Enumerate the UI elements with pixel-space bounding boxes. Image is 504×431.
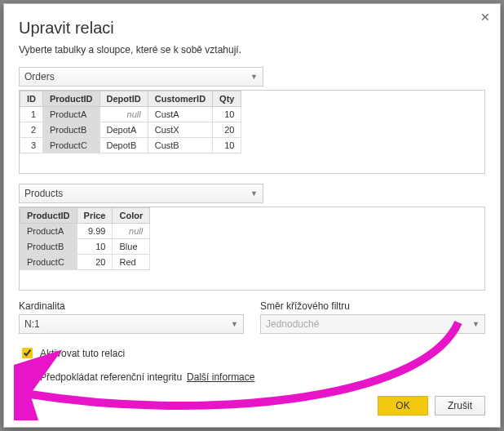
table-row[interactable]: 2 ProductB DepotA CustX 20 [20, 122, 241, 138]
table-row[interactable]: 3 ProductC DepotB CustB 10 [20, 138, 241, 153]
crossfilter-value: Jednoduché [266, 318, 319, 330]
table-header-row: ProductID Price Color [20, 208, 150, 224]
dialog-subtitle: Vyberte tabulky a sloupce, které se k so… [19, 44, 485, 56]
integrity-checkbox[interactable] [22, 371, 33, 382]
table2-select[interactable]: Products ▼ [19, 184, 263, 203]
cardinality-select[interactable]: N:1 ▼ [19, 314, 244, 334]
table2-select-value: Products [24, 188, 63, 199]
activate-checkbox[interactable] [22, 348, 33, 358]
more-info-link[interactable]: Další informace [187, 371, 254, 383]
ok-button[interactable]: OK [378, 396, 428, 415]
cardinality-value: N:1 [24, 318, 40, 330]
activate-label: Aktivovat tuto relaci [40, 348, 125, 359]
integrity-checkbox-row: Předpokládat referenční integritu Další … [19, 369, 485, 384]
edit-relationship-dialog: ✕ Upravit relaci Vyberte tabulky a sloup… [3, 3, 501, 428]
col-price[interactable]: Price [77, 208, 113, 224]
col-customerid[interactable]: CustomerID [148, 91, 212, 107]
table1-grid: ID ProductID DepotID CustomerID Qty 1 Pr… [19, 90, 485, 174]
crossfilter-select: Jednoduché ▼ [260, 314, 485, 334]
chevron-down-icon: ▼ [472, 320, 480, 328]
chevron-down-icon: ▼ [231, 320, 238, 328]
col-productid[interactable]: ProductID [20, 208, 77, 224]
table1-select-value: Orders [24, 71, 55, 82]
table2-grid: ProductID Price Color ProductA 9.99 null… [19, 207, 485, 291]
close-icon[interactable]: ✕ [480, 11, 490, 24]
cardinality-label: Kardinalita [19, 300, 244, 312]
dialog-title: Upravit relaci [19, 19, 485, 38]
col-depotid[interactable]: DepotID [99, 91, 148, 107]
integrity-label: Předpokládat referenční integritu [40, 371, 182, 383]
col-id[interactable]: ID [20, 91, 43, 107]
cancel-button[interactable]: Zrušit [435, 396, 485, 415]
table1-select[interactable]: Orders ▼ [19, 67, 263, 87]
table-row[interactable]: ProductC 20 Red [20, 255, 150, 270]
table-row[interactable]: ProductB 10 Blue [20, 239, 150, 255]
col-productid[interactable]: ProductID [43, 91, 100, 107]
chevron-down-icon: ▼ [250, 73, 258, 81]
activate-checkbox-row: Aktivovat tuto relaci [19, 345, 485, 361]
col-qty[interactable]: Qty [213, 91, 241, 107]
col-color[interactable]: Color [113, 208, 150, 224]
table-row[interactable]: ProductA 9.99 null [20, 224, 150, 239]
table-row[interactable]: 1 ProductA null CustA 10 [20, 107, 241, 122]
chevron-down-icon: ▼ [250, 189, 258, 198]
crossfilter-label: Směr křížového filtru [260, 300, 485, 312]
table-header-row: ID ProductID DepotID CustomerID Qty [20, 91, 241, 107]
